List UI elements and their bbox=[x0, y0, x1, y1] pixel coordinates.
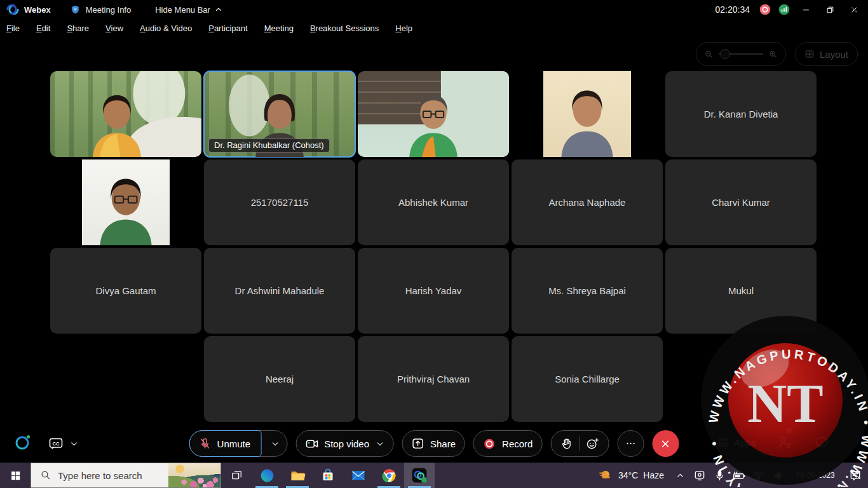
unmute-button[interactable]: Unmute bbox=[189, 430, 262, 457]
participant-tile[interactable]: Sonia Chillarge bbox=[512, 336, 663, 422]
menu-item-breakout-sessions[interactable]: Breakout Sessions bbox=[310, 24, 379, 33]
meeting-info-shield-icon[interactable] bbox=[70, 4, 81, 15]
participant-tile[interactable]: Harish Yadav bbox=[358, 248, 509, 334]
grid-zoom-slider[interactable] bbox=[696, 42, 786, 66]
participant-tile[interactable]: Archana Naphade bbox=[512, 159, 663, 245]
taskbar-webex-icon[interactable] bbox=[404, 463, 435, 488]
tray-wifi-icon[interactable] bbox=[752, 468, 766, 482]
reactions-group bbox=[550, 430, 609, 457]
apps-button[interactable]: Apps bbox=[717, 437, 756, 449]
participant-name: 25170527115 bbox=[204, 159, 355, 245]
meeting-control-bar: CC Unmute bbox=[0, 427, 868, 460]
participant-tile[interactable] bbox=[50, 159, 201, 245]
participant-tile[interactable]: Prithviraj Chavan bbox=[358, 336, 509, 422]
tray-volume-icon[interactable] bbox=[771, 468, 785, 482]
video-options-chevron[interactable] bbox=[376, 440, 384, 448]
chat-panel-icon[interactable] bbox=[815, 435, 830, 450]
participant-tile[interactable]: Neeraj bbox=[204, 336, 355, 422]
zoom-slider-knob[interactable] bbox=[720, 49, 730, 59]
search-highlight-image[interactable] bbox=[168, 463, 220, 487]
minimize-button[interactable] bbox=[797, 1, 815, 18]
layout-button[interactable]: Layout bbox=[795, 42, 858, 66]
hide-menu-bar-button[interactable]: Hide Menu Bar bbox=[155, 5, 222, 15]
zoom-out-icon[interactable] bbox=[704, 50, 714, 59]
share-button[interactable]: Share bbox=[402, 430, 465, 457]
webex-assistant-button[interactable] bbox=[14, 433, 32, 451]
participant-tile[interactable]: Mukul bbox=[665, 248, 817, 334]
share-button-label: Share bbox=[430, 438, 456, 449]
reactions-smiley-icon[interactable] bbox=[585, 437, 599, 451]
participant-name: Dr. Kanan Divetia bbox=[665, 71, 817, 157]
participant-person bbox=[89, 172, 163, 245]
menu-item-view[interactable]: View bbox=[105, 24, 123, 33]
search-input[interactable] bbox=[58, 470, 166, 481]
participant-tile[interactable] bbox=[50, 71, 201, 157]
taskbar-clock[interactable]: 06-05-2023 bbox=[788, 471, 843, 480]
unmute-button-group: Unmute bbox=[189, 430, 288, 457]
search-icon bbox=[31, 470, 58, 481]
raise-hand-icon[interactable] bbox=[560, 437, 573, 451]
webex-logo-icon bbox=[6, 3, 19, 16]
taskbar-edge-icon[interactable] bbox=[252, 463, 282, 488]
task-view-button[interactable] bbox=[221, 463, 252, 488]
muted-microphone-icon bbox=[199, 437, 212, 450]
more-options-button[interactable] bbox=[617, 430, 644, 457]
menu-item-share[interactable]: Share bbox=[67, 24, 89, 33]
app-name: Webex bbox=[24, 5, 51, 15]
participant-tile[interactable]: Divya Gautam bbox=[50, 248, 201, 334]
taskbar-search-box[interactable] bbox=[31, 463, 221, 488]
haze-sun-icon bbox=[598, 468, 613, 483]
tray-chevron-up-icon[interactable] bbox=[673, 468, 687, 482]
task-view-icon bbox=[231, 470, 243, 482]
windows-logo-icon bbox=[10, 470, 21, 481]
participant-tile[interactable]: Dr Ashwini Mahadule bbox=[204, 248, 355, 334]
menu-item-file[interactable]: File bbox=[6, 24, 20, 33]
weather-temp: 34°C bbox=[618, 470, 638, 480]
participant-tile[interactable]: Abhishek Kumar bbox=[358, 159, 509, 245]
zoom-in-icon[interactable] bbox=[768, 50, 778, 59]
tray-microphone-icon[interactable] bbox=[712, 468, 726, 482]
participant-tile[interactable] bbox=[512, 71, 663, 157]
menu-item-edit[interactable]: Edit bbox=[36, 24, 50, 33]
menu-item-participant[interactable]: Participant bbox=[208, 24, 247, 33]
leave-meeting-button[interactable] bbox=[652, 430, 679, 457]
participant-name: Neeraj bbox=[204, 336, 355, 422]
participant-person bbox=[399, 88, 468, 157]
record-button[interactable]: Record bbox=[473, 430, 542, 457]
menu-item-audio-video[interactable]: Audio & Video bbox=[140, 24, 192, 33]
participant-tile[interactable]: Charvi Kumar bbox=[665, 159, 817, 245]
captions-chevron-down-icon[interactable] bbox=[70, 440, 78, 448]
taskbar-file-explorer-icon[interactable] bbox=[282, 463, 313, 488]
menu-item-meeting[interactable]: Meeting bbox=[264, 24, 294, 33]
taskbar-store-icon[interactable] bbox=[313, 463, 343, 488]
unmute-button-label: Unmute bbox=[217, 438, 251, 449]
participant-tile[interactable]: 25170527115 bbox=[204, 159, 355, 245]
participant-tile[interactable]: Ms. Shreya Bajpai bbox=[512, 248, 663, 334]
taskbar-mail-icon[interactable] bbox=[343, 463, 374, 488]
taskbar-weather-button[interactable]: 34°C Haze bbox=[589, 468, 673, 483]
audio-options-chevron[interactable] bbox=[267, 440, 287, 448]
participants-panel-icon[interactable] bbox=[778, 435, 793, 450]
action-center-button[interactable] bbox=[843, 463, 868, 488]
restore-window-button[interactable] bbox=[821, 1, 839, 18]
participant-tile[interactable]: Dr. Kanan Divetia bbox=[665, 71, 817, 157]
cc-letters: CC bbox=[53, 441, 60, 447]
tray-battery-charging-icon[interactable] bbox=[732, 468, 746, 482]
start-button[interactable] bbox=[0, 463, 31, 488]
stop-video-button[interactable]: Stop video bbox=[295, 430, 394, 457]
participant-name: Harish Yadav bbox=[358, 248, 509, 334]
taskbar-date: 06-05-2023 bbox=[794, 471, 836, 480]
closed-captions-icon[interactable]: CC bbox=[48, 436, 64, 451]
active-speaker-name-label: Dr. Ragini Khubalkar (Cohost) bbox=[208, 139, 330, 152]
zoom-slider-track[interactable] bbox=[719, 53, 763, 55]
participant-name: Sonia Chillarge bbox=[512, 336, 663, 422]
menu-item-help[interactable]: Help bbox=[395, 24, 412, 33]
webex-meeting-window: Webex Meeting Info Hide Menu Bar 02:20:3… bbox=[0, 0, 868, 488]
participant-tile[interactable]: Dr. Ragini Khubalkar (Cohost) bbox=[204, 71, 355, 157]
participant-tile[interactable] bbox=[358, 71, 509, 157]
tray-screen-cast-icon[interactable] bbox=[693, 468, 707, 482]
taskbar-chrome-icon[interactable] bbox=[374, 463, 404, 488]
meeting-info-label[interactable]: Meeting Info bbox=[86, 5, 132, 15]
close-window-button[interactable] bbox=[845, 1, 863, 18]
participant-name: Ms. Shreya Bajpai bbox=[512, 248, 663, 334]
